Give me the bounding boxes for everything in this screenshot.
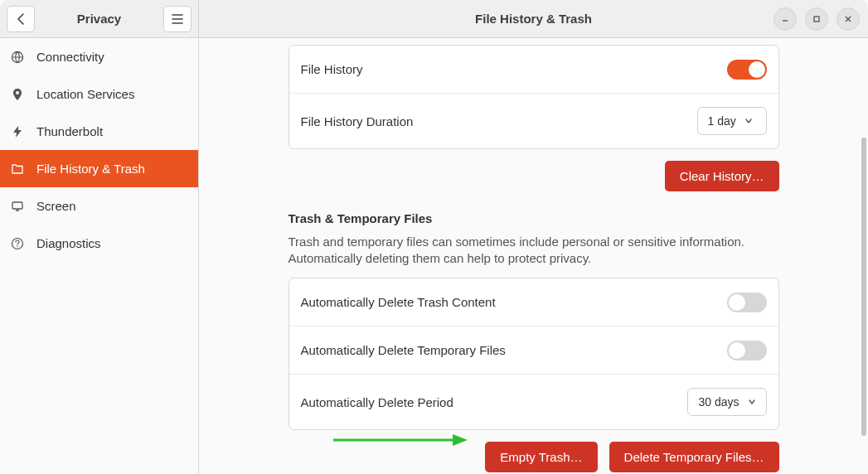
maximize-button[interactable] — [805, 7, 828, 31]
auto-delete-temp-label: Automatically Delete Temporary Files — [301, 343, 506, 357]
sidebar-item-label: Diagnostics — [36, 236, 101, 250]
sidebar-item-file-history-trash[interactable]: File History & Trash — [0, 150, 198, 187]
sidebar-item-location[interactable]: Location Services — [0, 75, 198, 113]
chevron-down-icon — [748, 399, 756, 405]
chevron-down-icon — [744, 118, 753, 124]
minimize-icon — [781, 15, 789, 23]
auto-delete-temp-toggle[interactable] — [727, 341, 767, 360]
auto-delete-period-row: Automatically Delete Period 30 days — [289, 375, 778, 429]
toggle-knob — [729, 342, 745, 359]
menu-button[interactable] — [163, 6, 192, 32]
titlebar-sidebar-region: Privacy — [0, 0, 199, 37]
trash-buttons-row: Empty Trash… Delete Temporary Files… — [289, 442, 779, 472]
select-value: 1 day — [708, 114, 736, 128]
auto-delete-temp-row: Automatically Delete Temporary Files — [289, 326, 778, 375]
content-area: File History File History Duration 1 day… — [199, 38, 868, 474]
trash-section-desc: Trash and temporary files can sometimes … — [289, 234, 779, 266]
location-icon — [10, 87, 25, 102]
sidebar-item-label: Connectivity — [36, 50, 104, 64]
globe-icon — [10, 50, 25, 65]
monitor-icon — [10, 199, 25, 214]
close-icon — [844, 15, 852, 23]
page-title: File History & Trash — [206, 12, 861, 26]
hamburger-icon — [172, 14, 183, 24]
file-history-toggle-row: File History — [289, 46, 778, 94]
auto-delete-trash-row: Automatically Delete Trash Content — [289, 278, 778, 326]
auto-delete-trash-label: Automatically Delete Trash Content — [301, 295, 496, 309]
sidebar-item-diagnostics[interactable]: Diagnostics — [0, 225, 198, 262]
delete-temp-files-button[interactable]: Delete Temporary Files… — [609, 442, 779, 472]
auto-delete-period-select[interactable]: 30 days — [687, 388, 766, 416]
sidebar-item-screen[interactable]: Screen — [0, 187, 198, 225]
titlebar-main-region: File History & Trash — [199, 0, 868, 37]
question-icon — [10, 236, 25, 251]
file-history-duration-row: File History Duration 1 day — [289, 94, 778, 148]
trash-card: Automatically Delete Trash Content Autom… — [289, 278, 779, 430]
minimize-button[interactable] — [773, 7, 797, 31]
clear-history-button[interactable]: Clear History… — [665, 161, 779, 191]
select-value: 30 days — [698, 395, 739, 409]
sidebar-item-label: File History & Trash — [36, 162, 145, 176]
titlebar: Privacy File History & Trash — [0, 0, 868, 38]
clear-history-row: Clear History… — [289, 161, 779, 191]
auto-delete-trash-toggle[interactable] — [727, 293, 767, 312]
sidebar-item-label: Thunderbolt — [36, 124, 103, 138]
back-button[interactable] — [7, 6, 35, 32]
thunderbolt-icon — [10, 124, 25, 139]
sidebar: Connectivity Location Services Thunderbo… — [0, 38, 199, 474]
maximize-icon — [812, 15, 821, 23]
sidebar-item-label: Location Services — [36, 87, 134, 101]
scrollbar-thumb[interactable] — [861, 138, 866, 436]
empty-trash-button[interactable]: Empty Trash… — [485, 442, 597, 472]
toggle-knob — [729, 294, 745, 311]
file-history-card: File History File History Duration 1 day — [289, 45, 779, 149]
svg-rect-3 — [12, 202, 22, 209]
folder-icon — [10, 162, 25, 177]
back-icon — [17, 13, 25, 25]
window-controls — [773, 7, 860, 31]
svg-point-5 — [17, 245, 18, 247]
file-history-label: File History — [301, 62, 363, 76]
auto-delete-period-label: Automatically Delete Period — [301, 395, 453, 409]
toggle-knob — [749, 61, 765, 78]
svg-rect-0 — [814, 17, 819, 22]
sidebar-item-label: Screen — [36, 199, 76, 213]
settings-window: Privacy File History & Trash — [0, 0, 868, 474]
file-history-toggle[interactable] — [727, 60, 767, 80]
file-history-duration-label: File History Duration — [301, 114, 414, 128]
body: Connectivity Location Services Thunderbo… — [0, 38, 868, 474]
sidebar-item-thunderbolt[interactable]: Thunderbolt — [0, 113, 198, 150]
sidebar-item-connectivity[interactable]: Connectivity — [0, 38, 198, 75]
close-button[interactable] — [836, 7, 860, 31]
sidebar-title: Privacy — [35, 12, 163, 26]
svg-point-2 — [16, 91, 19, 94]
scrollbar[interactable] — [861, 38, 868, 474]
trash-section: Trash & Temporary Files Trash and tempor… — [289, 211, 779, 472]
trash-section-title: Trash & Temporary Files — [289, 211, 779, 225]
file-history-duration-select[interactable]: 1 day — [697, 107, 767, 135]
content-inner: File History File History Duration 1 day… — [289, 38, 779, 472]
